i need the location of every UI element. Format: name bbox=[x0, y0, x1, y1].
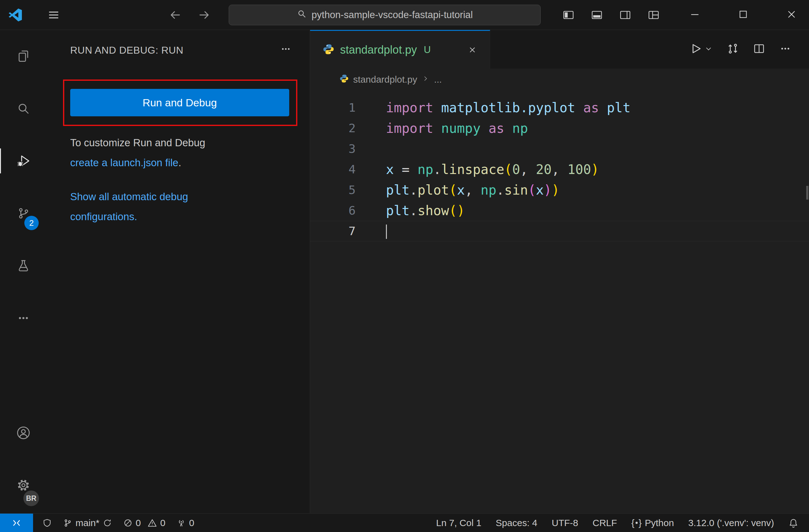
line-number[interactable]: 5 bbox=[310, 183, 356, 197]
activity-accounts[interactable] bbox=[0, 407, 47, 459]
warning-icon bbox=[148, 518, 157, 528]
vscode-logo bbox=[8, 8, 22, 23]
tab-modified-indicator: U bbox=[424, 44, 431, 55]
activity-bar-bottom: BR bbox=[0, 407, 47, 511]
customize-suffix: . bbox=[178, 157, 181, 169]
encoding-button[interactable]: UTF-8 bbox=[552, 518, 578, 528]
activity-settings[interactable]: BR bbox=[0, 459, 47, 511]
customize-paragraph: To customize Run and Debug create a laun… bbox=[70, 133, 270, 173]
language-label: Python bbox=[645, 518, 674, 528]
beaker-icon bbox=[17, 259, 30, 272]
source-control-badge: 2 bbox=[24, 216, 39, 230]
braces-icon: {} bbox=[632, 518, 642, 528]
git-branch-button[interactable]: main* bbox=[63, 518, 112, 528]
line-number[interactable]: 2 bbox=[310, 121, 356, 135]
create-launch-json-link[interactable]: create a launch.json file bbox=[70, 157, 178, 169]
sync-icon bbox=[103, 518, 112, 528]
sidebar-run-and-debug: RUN AND DEBUG: RUN Run and Debug To cust… bbox=[47, 30, 310, 513]
run-dropdown-chevron-icon[interactable] bbox=[704, 44, 713, 54]
tab-standardplot[interactable]: standardplot.py U bbox=[310, 30, 490, 69]
python-file-icon bbox=[323, 43, 334, 56]
open-changes-icon[interactable] bbox=[727, 42, 739, 56]
activity-more-views[interactable] bbox=[0, 292, 47, 344]
ports-button[interactable]: 0 bbox=[177, 518, 194, 528]
line-number[interactable]: 4 bbox=[310, 162, 356, 176]
activity-testing[interactable] bbox=[0, 240, 47, 292]
link-text-line1: Show all automatic debug bbox=[70, 191, 188, 202]
code-text: x = np.linspace(0, 20, 100) bbox=[386, 162, 599, 177]
code-line[interactable]: 1import matplotlib.pyplot as plt bbox=[310, 97, 809, 118]
forward-arrow-icon[interactable] bbox=[198, 8, 211, 23]
activity-bar: 2 BR bbox=[0, 30, 47, 513]
indentation-button[interactable]: Spaces: 4 bbox=[496, 518, 537, 528]
ellipsis-icon bbox=[17, 311, 30, 325]
toggle-primary-sidebar-icon[interactable] bbox=[562, 9, 575, 22]
search-icon bbox=[17, 102, 30, 116]
split-editor-icon[interactable] bbox=[753, 42, 765, 56]
link-text-line2: configurations. bbox=[70, 211, 137, 222]
breadcrumb-more[interactable]: ... bbox=[434, 74, 442, 85]
back-arrow-icon[interactable] bbox=[169, 8, 182, 23]
code-editor[interactable]: 1import matplotlib.pyplot as plt2import … bbox=[310, 90, 809, 513]
remote-indicator[interactable] bbox=[0, 514, 33, 532]
python-interpreter-button[interactable]: 3.12.0 ('.venv': venv) bbox=[688, 518, 774, 528]
python-file-icon bbox=[340, 74, 349, 86]
run-and-debug-button[interactable]: Run and Debug bbox=[70, 89, 289, 116]
radio-tower-icon bbox=[177, 518, 186, 528]
close-icon[interactable] bbox=[785, 8, 798, 22]
remote-icon bbox=[11, 518, 22, 528]
run-button[interactable] bbox=[689, 42, 702, 56]
overview-ruler-mark bbox=[806, 186, 808, 199]
line-number[interactable]: 7 bbox=[310, 224, 356, 238]
sidebar-header: RUN AND DEBUG: RUN bbox=[47, 30, 310, 70]
command-center-text: python-sample-vscode-fastapi-tutorial bbox=[312, 10, 473, 21]
activity-search[interactable] bbox=[0, 82, 47, 135]
toggle-secondary-sidebar-icon[interactable] bbox=[619, 9, 632, 22]
code-line[interactable]: 7 bbox=[310, 221, 809, 241]
menu-icon[interactable] bbox=[47, 8, 61, 23]
line-number[interactable]: 6 bbox=[310, 203, 356, 217]
customize-text: To customize Run and Debug bbox=[70, 137, 205, 148]
maximize-icon[interactable] bbox=[737, 8, 749, 21]
minimize-icon[interactable] bbox=[689, 8, 701, 22]
notifications-bell[interactable] bbox=[788, 518, 798, 528]
branch-name: main* bbox=[75, 518, 100, 528]
cursor-position-button[interactable]: Ln 7, Col 1 bbox=[436, 518, 481, 528]
breadcrumb-file[interactable]: standardplot.py bbox=[353, 74, 417, 85]
status-bar: main* 0 0 0 Ln 7, Col 1 Spaces: 4 UTF-8 … bbox=[0, 513, 809, 532]
error-icon bbox=[123, 518, 133, 528]
tab-label: standardplot.py bbox=[340, 43, 417, 56]
text-cursor bbox=[386, 225, 387, 239]
code-text: plt.plot(x, np.sin(x)) bbox=[386, 182, 560, 198]
views-more-actions-icon[interactable] bbox=[280, 43, 292, 57]
activity-explorer[interactable] bbox=[0, 30, 47, 82]
language-mode-button[interactable]: {} Python bbox=[632, 518, 674, 528]
tab-bar: standardplot.py U bbox=[310, 30, 809, 69]
line-number[interactable]: 3 bbox=[310, 142, 356, 156]
line-number[interactable]: 1 bbox=[310, 101, 356, 114]
problems-button[interactable]: 0 0 bbox=[123, 518, 165, 528]
search-icon bbox=[297, 9, 307, 21]
command-center-search[interactable]: python-sample-vscode-fastapi-tutorial bbox=[229, 5, 541, 25]
eol-button[interactable]: CRLF bbox=[592, 518, 617, 528]
code-line[interactable]: 6plt.show() bbox=[310, 200, 809, 221]
show-all-configurations-link[interactable]: Show all automatic debugconfigurations. bbox=[70, 191, 188, 222]
shield-icon bbox=[42, 518, 52, 528]
code-text: import numpy as np bbox=[386, 121, 528, 136]
more-actions-icon[interactable] bbox=[779, 42, 792, 56]
toggle-panel-icon[interactable] bbox=[591, 9, 603, 22]
error-count: 0 bbox=[136, 518, 141, 528]
code-line[interactable]: 2import numpy as np bbox=[310, 118, 809, 139]
activity-source-control[interactable]: 2 bbox=[0, 187, 47, 240]
ports-count: 0 bbox=[189, 518, 194, 528]
code-line[interactable]: 3 bbox=[310, 139, 809, 159]
breadcrumbs: standardplot.py ... bbox=[310, 69, 809, 90]
code-line[interactable]: 4x = np.linspace(0, 20, 100) bbox=[310, 159, 809, 180]
activity-run-and-debug[interactable] bbox=[0, 135, 47, 187]
code-line[interactable]: 5plt.plot(x, np.sin(x)) bbox=[310, 180, 809, 200]
workspace-trust-button[interactable] bbox=[42, 518, 52, 528]
customize-layout-icon[interactable] bbox=[648, 9, 660, 22]
status-left: main* 0 0 0 bbox=[42, 518, 194, 528]
window-controls bbox=[689, 0, 798, 30]
tab-close-icon[interactable] bbox=[467, 45, 477, 55]
